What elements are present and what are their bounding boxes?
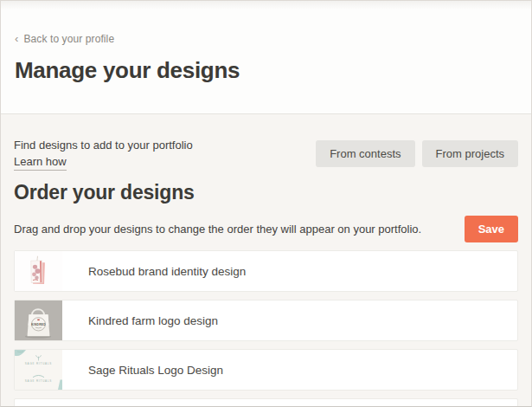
find-designs-section: Find designs to add to your portfolio Le… bbox=[14, 137, 518, 171]
page-header: ‹ Back to your profile Manage your desig… bbox=[1, 1, 531, 114]
svg-text:KINDRED: KINDRED bbox=[31, 323, 46, 326]
design-list: Rosebud brand identity design KINDRED bbox=[14, 250, 518, 407]
svg-text:SAGE RITUALS: SAGE RITUALS bbox=[25, 379, 52, 383]
save-button[interactable]: Save bbox=[465, 216, 518, 242]
find-designs-text-block: Find designs to add to your portfolio Le… bbox=[14, 137, 193, 171]
page-body: Find designs to add to your portfolio Le… bbox=[1, 114, 531, 407]
kindred-tote-bag-thumbnail-image: KINDRED bbox=[15, 300, 62, 340]
order-instruction-row: Drag and drop your designs to change the… bbox=[14, 216, 518, 242]
design-title: Kindred farm logo design bbox=[88, 314, 218, 327]
design-title: Rosebud brand identity design bbox=[88, 265, 246, 278]
design-title: Sage Rituals Logo Design bbox=[88, 364, 223, 377]
from-projects-button[interactable]: From projects bbox=[422, 140, 518, 167]
design-row-sage-rituals[interactable]: SAGE RITUALS SAGE RITUALS Sage Rituals L… bbox=[14, 349, 518, 391]
design-row-partial[interactable] bbox=[14, 398, 518, 407]
svg-text:SAGE RITUALS: SAGE RITUALS bbox=[25, 362, 52, 365]
source-buttons: From contests From projects bbox=[316, 140, 518, 167]
order-section-title: Order your designs bbox=[14, 181, 518, 204]
drag-drop-instruction: Drag and drop your designs to change the… bbox=[14, 223, 421, 236]
manage-designs-page: ‹ Back to your profile Manage your desig… bbox=[0, 0, 532, 407]
back-to-profile-link[interactable]: ‹ Back to your profile bbox=[15, 32, 114, 45]
design-row-kindred[interactable]: KINDRED Kindred farm logo design bbox=[14, 300, 518, 341]
page-title: Manage your designs bbox=[15, 57, 517, 83]
sage-rituals-thumbnail-image: SAGE RITUALS SAGE RITUALS bbox=[15, 350, 62, 390]
chevron-left-icon: ‹ bbox=[15, 32, 18, 45]
rosebud-hang-tag-thumbnail-image bbox=[15, 251, 62, 291]
learn-how-link[interactable]: Learn how bbox=[14, 154, 67, 171]
from-contests-button[interactable]: From contests bbox=[316, 140, 414, 167]
design-row-rosebud[interactable]: Rosebud brand identity design bbox=[14, 250, 518, 292]
back-link-label: Back to your profile bbox=[23, 33, 114, 45]
find-designs-text: Find designs to add to your portfolio bbox=[14, 137, 193, 153]
